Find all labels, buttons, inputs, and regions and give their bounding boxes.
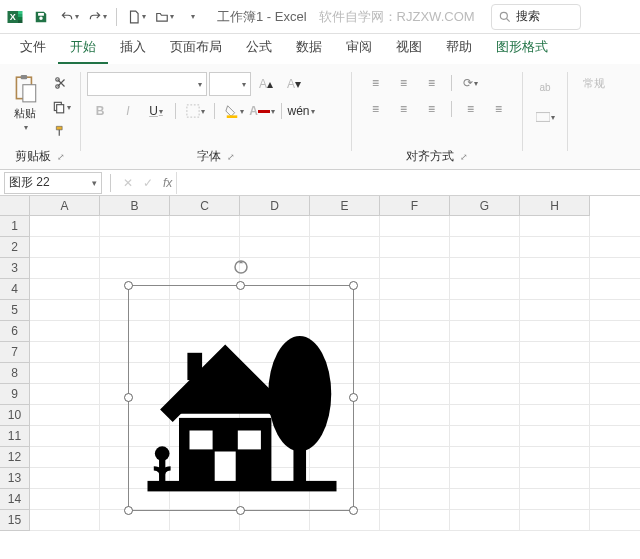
excel-app-icon: X (6, 8, 24, 26)
align-left-button[interactable]: ≡ (363, 98, 389, 120)
bold-button[interactable]: B (87, 100, 113, 122)
align-middle-button[interactable]: ≡ (391, 72, 417, 94)
resize-handle-b[interactable] (236, 506, 245, 515)
row-header[interactable]: 14 (0, 489, 30, 510)
svg-rect-2 (18, 11, 23, 14)
selected-shape[interactable] (128, 285, 354, 511)
col-header[interactable]: F (380, 196, 450, 216)
row-header[interactable]: 5 (0, 300, 30, 321)
resize-handle-l[interactable] (124, 393, 133, 402)
undo-button[interactable]: ▾ (56, 4, 82, 30)
cancel-formula-button[interactable]: ✕ (119, 176, 137, 190)
tab-home[interactable]: 开始 (58, 32, 108, 64)
border-button[interactable]: ▾ (182, 100, 208, 122)
align-bottom-button[interactable]: ≡ (419, 72, 445, 94)
formula-bar[interactable] (176, 172, 640, 194)
resize-handle-tl[interactable] (124, 281, 133, 290)
tab-review[interactable]: 审阅 (334, 32, 384, 64)
font-family-select[interactable]: ▾ (87, 72, 207, 96)
clipboard-launcher[interactable]: ⤢ (57, 152, 65, 162)
svg-rect-22 (293, 441, 306, 483)
font-launcher[interactable]: ⤢ (227, 152, 235, 162)
rotate-handle[interactable] (232, 258, 250, 276)
cut-button[interactable] (48, 72, 74, 94)
watermark-text: 软件自学网：RJZXW.COM (319, 8, 475, 26)
column-headers: A B C D E F G H (30, 196, 590, 216)
svg-rect-14 (56, 105, 63, 113)
tab-file[interactable]: 文件 (8, 32, 58, 64)
italic-button[interactable]: I (115, 100, 141, 122)
orientation-button[interactable]: ⟳▾ (458, 72, 484, 94)
name-box[interactable]: 图形 22 ▾ (4, 172, 102, 194)
tab-page-layout[interactable]: 页面布局 (158, 32, 234, 64)
font-size-select[interactable]: ▾ (209, 72, 251, 96)
align-center-button[interactable]: ≡ (391, 98, 417, 120)
enter-formula-button[interactable]: ✓ (139, 176, 157, 190)
resize-handle-r[interactable] (349, 393, 358, 402)
resize-handle-tr[interactable] (349, 281, 358, 290)
row-header[interactable]: 9 (0, 384, 30, 405)
svg-rect-3 (18, 14, 23, 17)
col-header[interactable]: E (310, 196, 380, 216)
align-top-button[interactable]: ≡ (363, 72, 389, 94)
fx-label[interactable]: fx (163, 176, 172, 190)
decrease-font-button[interactable]: A▾ (281, 73, 307, 95)
resize-handle-bl[interactable] (124, 506, 133, 515)
copy-button[interactable]: ▾ (48, 96, 74, 118)
decrease-indent-button[interactable]: ≡ (458, 98, 484, 120)
open-file-button[interactable]: ▾ (151, 4, 177, 30)
save-button[interactable] (28, 4, 54, 30)
row-header[interactable]: 1 (0, 216, 30, 237)
font-color-button[interactable]: A▾ (249, 100, 275, 122)
search-box[interactable]: 搜索 (491, 4, 581, 30)
paste-button[interactable]: 粘贴 ▾ (6, 72, 44, 134)
col-header[interactable]: H (520, 196, 590, 216)
col-header[interactable]: A (30, 196, 100, 216)
col-header[interactable]: G (450, 196, 520, 216)
row-header[interactable]: 12 (0, 447, 30, 468)
tab-formulas[interactable]: 公式 (234, 32, 284, 64)
col-header[interactable]: C (170, 196, 240, 216)
qat-customize-button[interactable]: ▾ (179, 4, 205, 30)
format-painter-button[interactable] (48, 120, 74, 142)
row-header[interactable]: 8 (0, 363, 30, 384)
wrap-text-button[interactable]: ab (529, 72, 561, 102)
merge-button[interactable]: ▾ (529, 106, 561, 128)
row-header[interactable]: 3 (0, 258, 30, 279)
row-header[interactable]: 2 (0, 237, 30, 258)
col-header[interactable]: D (240, 196, 310, 216)
resize-handle-br[interactable] (349, 506, 358, 515)
svg-line-7 (506, 18, 509, 21)
svg-point-6 (500, 12, 507, 19)
resize-handle-t[interactable] (236, 281, 245, 290)
search-placeholder: 搜索 (516, 8, 540, 25)
row-header[interactable]: 13 (0, 468, 30, 489)
increase-indent-button[interactable]: ≡ (486, 98, 512, 120)
svg-point-21 (268, 336, 331, 452)
new-file-button[interactable]: ▾ (123, 4, 149, 30)
col-header[interactable]: B (100, 196, 170, 216)
redo-button[interactable]: ▾ (84, 4, 110, 30)
increase-font-button[interactable]: A▴ (253, 73, 279, 95)
tab-view[interactable]: 视图 (384, 32, 434, 64)
row-header[interactable]: 10 (0, 405, 30, 426)
svg-rect-29 (187, 353, 202, 380)
quick-access-toolbar: ▾ ▾ ▾ ▾ ▾ (28, 4, 205, 30)
alignment-launcher[interactable]: ⤢ (460, 152, 468, 162)
align-right-button[interactable]: ≡ (419, 98, 445, 120)
number-format-select[interactable]: 常规 (574, 72, 614, 94)
tab-help[interactable]: 帮助 (434, 32, 484, 64)
phonetic-button[interactable]: wén▾ (288, 100, 314, 122)
row-header[interactable]: 15 (0, 510, 30, 531)
tab-data[interactable]: 数据 (284, 32, 334, 64)
row-header[interactable]: 4 (0, 279, 30, 300)
row-header[interactable]: 7 (0, 342, 30, 363)
select-all-corner[interactable] (0, 196, 30, 216)
ribbon-tabs: 文件 开始 插入 页面布局 公式 数据 审阅 视图 帮助 图形格式 (0, 34, 640, 64)
underline-button[interactable]: U▾ (143, 100, 169, 122)
row-header[interactable]: 6 (0, 321, 30, 342)
fill-color-button[interactable]: ▾ (221, 100, 247, 122)
tab-shape-format[interactable]: 图形格式 (484, 32, 560, 64)
tab-insert[interactable]: 插入 (108, 32, 158, 64)
row-header[interactable]: 11 (0, 426, 30, 447)
